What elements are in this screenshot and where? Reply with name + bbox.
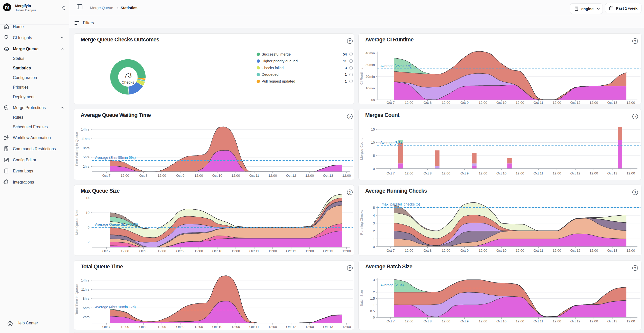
svg-text:12:00: 12:00: [590, 249, 598, 252]
svg-text:11hrs: 11hrs: [81, 288, 89, 291]
svg-text:Max Queue Size: Max Queue Size: [75, 210, 79, 235]
svg-text:12:00: 12:00: [479, 249, 487, 252]
svg-text:12:00: 12:00: [627, 249, 635, 252]
svg-text:8hrs: 8hrs: [83, 146, 90, 150]
svg-text:Oct 12: Oct 12: [570, 319, 581, 323]
svg-text:1: 1: [345, 79, 347, 83]
svg-text:10min: 10min: [365, 86, 375, 90]
svg-text:Average (8.8): Average (8.8): [380, 141, 402, 145]
svg-text:0: 0: [373, 167, 375, 171]
svg-text:12:00: 12:00: [121, 325, 129, 329]
svg-text:73: 73: [124, 71, 132, 79]
svg-text:12:00: 12:00: [342, 325, 351, 329]
svg-text:Oct 11: Oct 11: [534, 171, 543, 175]
svg-text:?: ?: [634, 266, 636, 270]
svg-text:Oct 11: Oct 11: [534, 249, 543, 252]
svg-text:12:00: 12:00: [479, 100, 487, 104]
svg-text:12:00: 12:00: [121, 174, 129, 177]
svg-text:14: 14: [86, 196, 90, 200]
svg-text:0s: 0s: [371, 98, 375, 102]
svg-text:Oct 9: Oct 9: [176, 174, 184, 177]
svg-text:Oct 7: Oct 7: [386, 249, 395, 252]
svg-text:12:00: 12:00: [516, 171, 524, 175]
svg-text:14hrs: 14hrs: [81, 127, 89, 131]
svg-text:12:00: 12:00: [479, 319, 487, 323]
svg-text:Oct 9: Oct 9: [461, 249, 469, 252]
svg-text:?: ?: [349, 39, 351, 43]
svg-text:CI Runtime: CI Runtime: [360, 67, 363, 85]
svg-text:12:00: 12:00: [553, 249, 561, 252]
svg-text:12:00: 12:00: [553, 171, 561, 175]
svg-text:2hrs: 2hrs: [83, 165, 90, 168]
svg-text:54: 54: [343, 52, 347, 56]
svg-text:12:00: 12:00: [157, 249, 166, 253]
svg-text:Oct 9: Oct 9: [461, 171, 469, 175]
svg-text:8hrs: 8hrs: [83, 297, 90, 300]
svg-text:Oct 13: Oct 13: [607, 319, 617, 323]
svg-text:20min: 20min: [365, 74, 375, 78]
svg-text:1.5: 1.5: [370, 297, 375, 300]
svg-text:Running Checks: Running Checks: [360, 210, 363, 235]
svg-text:Average (26min 9s): Average (26min 9s): [380, 64, 411, 68]
svg-text:Oct 10: Oct 10: [496, 319, 507, 323]
svg-text:Dequeued: Dequeued: [262, 72, 279, 76]
svg-text:12:00: 12:00: [268, 249, 277, 253]
svg-text:Checks: Checks: [122, 80, 134, 84]
svg-text:Oct 11: Oct 11: [249, 174, 259, 177]
svg-text:Oct 12: Oct 12: [286, 325, 296, 329]
svg-text:14hrs: 14hrs: [81, 278, 89, 282]
svg-text:Average (2.34): Average (2.34): [380, 283, 404, 287]
svg-text:Higher priority queued: Higher priority queued: [262, 59, 298, 63]
svg-text:Oct 10: Oct 10: [212, 325, 222, 329]
svg-text:5hrs: 5hrs: [83, 306, 90, 310]
svg-text:12:00: 12:00: [405, 249, 413, 252]
svg-text:?: ?: [634, 191, 636, 194]
svg-text:Oct 8: Oct 8: [139, 249, 147, 253]
svg-text:Oct 10: Oct 10: [496, 100, 507, 104]
svg-text:Oct 8: Oct 8: [423, 171, 431, 175]
svg-text:12:00: 12:00: [442, 249, 450, 252]
svg-text:12:00: 12:00: [405, 100, 413, 104]
svg-text:Oct 8: Oct 8: [423, 319, 431, 323]
svg-text:Oct 10: Oct 10: [212, 174, 222, 177]
svg-text:12:00: 12:00: [553, 319, 561, 323]
svg-text:3: 3: [345, 66, 347, 70]
svg-text:?: ?: [634, 39, 636, 43]
svg-text:Oct 13: Oct 13: [607, 100, 617, 104]
svg-text:Oct 9: Oct 9: [461, 100, 469, 104]
svg-text:Oct 12: Oct 12: [570, 171, 581, 175]
svg-text:1: 1: [373, 237, 375, 241]
svg-text:12:00: 12:00: [442, 100, 450, 104]
svg-text:12:00: 12:00: [195, 174, 203, 177]
svg-text:12:00: 12:00: [157, 325, 166, 329]
svg-text:Oct 7: Oct 7: [102, 325, 110, 329]
svg-text:Oct 8: Oct 8: [423, 249, 431, 252]
svg-text:1: 1: [373, 303, 375, 307]
svg-text:1: 1: [345, 72, 347, 76]
svg-text:0: 0: [373, 245, 375, 249]
svg-text:Oct 8: Oct 8: [139, 325, 147, 329]
svg-text:12:00: 12:00: [232, 249, 240, 253]
svg-text:Oct 12: Oct 12: [286, 249, 296, 253]
svg-text:12:00: 12:00: [305, 325, 314, 329]
svg-text:12:00: 12:00: [195, 249, 203, 253]
svg-text:12:00: 12:00: [627, 171, 635, 175]
svg-text:Oct 13: Oct 13: [323, 325, 333, 329]
svg-text:Oct 13: Oct 13: [323, 249, 333, 253]
svg-text:10: 10: [86, 211, 89, 215]
svg-text:Oct 7: Oct 7: [386, 319, 395, 323]
svg-text:12:00: 12:00: [121, 249, 129, 253]
svg-text:n: n: [6, 48, 8, 50]
svg-text:Oct 7: Oct 7: [386, 100, 395, 104]
svg-text:?: ?: [349, 115, 351, 119]
svg-text:m: m: [5, 4, 10, 11]
svg-text:Oct 11: Oct 11: [249, 325, 259, 329]
svg-text:Oct 7: Oct 7: [102, 174, 110, 177]
svg-text:0: 0: [373, 316, 375, 319]
svg-text:0.5: 0.5: [370, 309, 375, 313]
svg-text:12:00: 12:00: [342, 249, 351, 253]
svg-text:12:00: 12:00: [268, 174, 277, 177]
svg-text:2: 2: [373, 290, 375, 294]
svg-text:3: 3: [373, 221, 375, 225]
svg-text:Time Waiting in Queue: Time Waiting in Queue: [75, 132, 79, 166]
